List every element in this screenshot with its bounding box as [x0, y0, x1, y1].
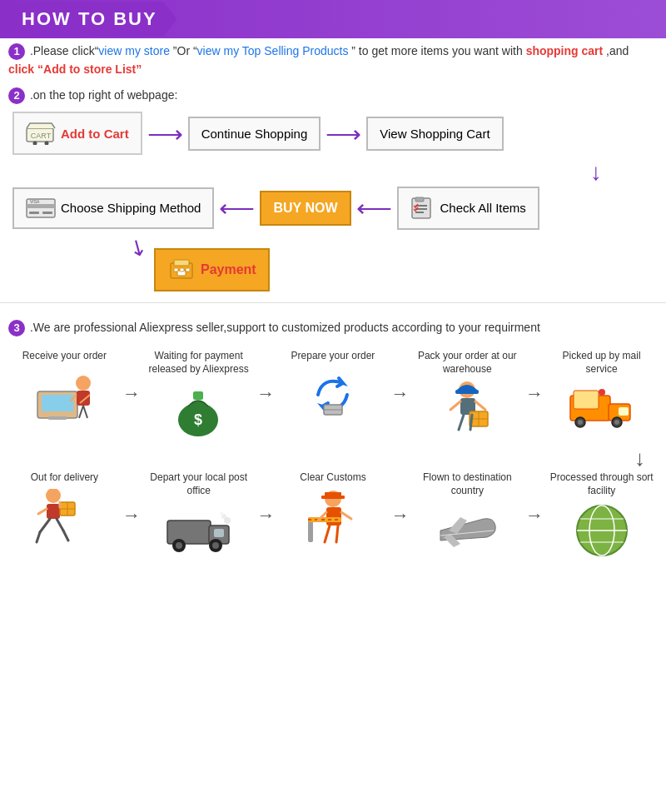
payment-row: ↘ Payment: [12, 233, 654, 291]
svg-line-87: [40, 519, 50, 532]
view-top-products-link[interactable]: view my Top Selling Products: [197, 44, 349, 57]
check-all-items-label: Check All Items: [440, 201, 526, 215]
svg-line-43: [470, 415, 472, 430]
flow-middle-row: VISA Choose Shipping Method ⟵ BUY NOW ⟵: [12, 187, 654, 230]
customs-icon: [300, 488, 366, 546]
order-flow-row2: Processed through sort facility → Flown …: [8, 471, 658, 559]
order-step-flown: Flown to destination country: [413, 471, 521, 559]
order-row-down-arrow: ↓: [8, 446, 658, 471]
add-to-cart-button[interactable]: CART Add to Cart: [12, 112, 142, 155]
svg-rect-72: [214, 529, 224, 537]
step3-number: 3: [8, 320, 25, 336]
payment-button[interactable]: Payment: [154, 248, 270, 291]
depart-label: Depart your local post office: [145, 471, 253, 497]
svg-rect-21: [42, 395, 73, 411]
view-store-link[interactable]: view my store: [98, 44, 170, 57]
buy-now-button[interactable]: BUY NOW: [260, 191, 350, 226]
order-step-waiting: Waiting for payment released by Aliexpre…: [145, 350, 253, 437]
pickup-label: Picked up by mail service: [548, 350, 656, 376]
flown-label: Flown to destination country: [413, 471, 521, 497]
svg-line-68: [325, 526, 330, 542]
svg-line-90: [63, 531, 68, 541]
svg-rect-81: [47, 504, 60, 519]
svg-line-25: [79, 406, 83, 418]
svg-rect-22: [48, 416, 67, 420]
payment-label: Payment: [201, 262, 256, 277]
flown-icon: [434, 501, 500, 560]
prepare-label: Prepare your order: [291, 350, 375, 363]
order-flow-row1: Receive your order → Waitin: [8, 350, 658, 437]
check-all-items-button[interactable]: Check All Items: [397, 187, 539, 230]
svg-rect-5: [27, 204, 55, 208]
waiting-label: Waiting for payment released by Aliexpre…: [145, 350, 253, 376]
view-cart-button[interactable]: View Shopping Cart: [366, 117, 503, 151]
order-step-pack: Pack your order at our warehouse: [413, 350, 521, 437]
svg-line-69: [336, 526, 338, 542]
svg-rect-15: [174, 260, 189, 266]
receive-label: Receive your order: [22, 350, 107, 363]
svg-line-85: [38, 509, 47, 514]
order-arrow-3: →: [391, 350, 410, 405]
flow-top-row: CART Add to Cart ⟶ Continue Shopping ⟶ V…: [12, 112, 654, 155]
pickup-icon: [569, 379, 635, 437]
pack-icon: [434, 379, 500, 437]
svg-rect-45: [574, 391, 599, 409]
order-flow-diagram: Receive your order → Waitin: [0, 341, 666, 575]
svg-point-50: [578, 420, 583, 425]
checklist-icon: [410, 197, 435, 220]
continue-shopping-label: Continue Shopping: [201, 127, 308, 141]
step2-number: 2: [8, 87, 25, 104]
svg-rect-24: [77, 391, 90, 406]
cart-icon: CART: [26, 122, 56, 145]
arrow-right-2: ⟶: [326, 119, 361, 148]
order-step-prepare: Prepare your order: [279, 350, 387, 425]
order-arrow-r2-3: →: [256, 471, 275, 526]
page-title: HOW TO BUY: [22, 8, 157, 29]
diagonal-arrow: ↘: [124, 232, 153, 263]
customs-label: Clear Customs: [300, 471, 365, 485]
svg-line-88: [57, 519, 63, 531]
svg-line-67: [341, 512, 351, 519]
processed-label: Processed through sort facility: [548, 471, 656, 497]
svg-rect-18: [180, 268, 184, 271]
choose-shipping-button[interactable]: VISA Choose Shipping Method: [12, 187, 214, 229]
arrow-right-1: ⟶: [147, 119, 183, 148]
step1-text: 1 .Please click“view my store ”Or “view …: [0, 38, 666, 82]
svg-rect-17: [174, 268, 178, 271]
svg-rect-62: [326, 507, 341, 526]
choose-shipping-label: Choose Shipping Method: [61, 201, 201, 215]
svg-rect-48: [619, 407, 629, 416]
svg-rect-7: [42, 212, 52, 214]
svg-rect-10: [415, 197, 424, 202]
depart-icon: [166, 501, 232, 560]
delivery-icon: [31, 488, 97, 546]
svg-line-89: [37, 532, 40, 542]
flow-diagram: CART Add to Cart ⟶ Continue Shopping ⟶ V…: [0, 107, 666, 296]
arrow-left-2: ⟵: [356, 193, 392, 222]
svg-line-26: [83, 406, 87, 418]
waiting-icon: $: [166, 379, 232, 437]
order-step-depart: Depart your local post office: [145, 471, 253, 559]
order-step-processed: Processed through sort facility: [548, 471, 656, 559]
svg-text:$: $: [194, 411, 202, 428]
divider: [0, 302, 666, 303]
svg-point-74: [176, 542, 182, 549]
arrow-left-1: ⟵: [219, 193, 255, 222]
continue-shopping-button[interactable]: Continue Shopping: [188, 117, 321, 151]
payment-icon: [167, 258, 196, 281]
order-arrow-1: →: [122, 350, 141, 405]
svg-line-41: [475, 401, 485, 410]
view-cart-label: View Shopping Cart: [380, 127, 490, 141]
buy-now-label: BUY NOW: [273, 201, 337, 216]
svg-line-42: [459, 415, 464, 430]
svg-rect-70: [167, 521, 211, 544]
svg-text:CART: CART: [31, 132, 52, 140]
delivery-label: Out for delivery: [31, 471, 98, 485]
step1-number: 1: [8, 43, 25, 60]
order-arrow-r2-1: →: [525, 471, 544, 526]
order-arrow-4: →: [525, 350, 544, 405]
svg-rect-6: [29, 212, 39, 214]
order-step-pickup: Picked up by mail service: [548, 350, 656, 437]
pack-label: Pack your order at our warehouse: [413, 350, 521, 376]
svg-point-76: [212, 542, 219, 549]
